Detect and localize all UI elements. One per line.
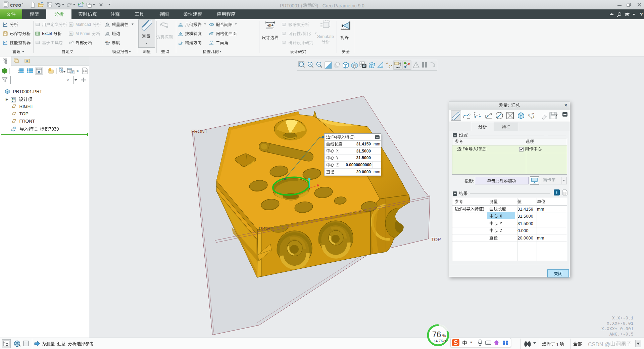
svg-text:RIGHT: RIGHT — [259, 226, 274, 231]
svg-text:ʼʻ: ʼʻ — [469, 340, 473, 345]
svg-text:FRONT: FRONT — [191, 129, 208, 134]
svg-text:4.7K/s: 4.7K/s — [436, 339, 446, 343]
svg-text:M: M — [70, 32, 73, 36]
svg-text:yz: yz — [531, 116, 534, 119]
svg-text:-dl+: -dl+ — [267, 23, 274, 27]
svg-text:M: M — [70, 23, 73, 27]
svg-text:creo: creo — [10, 2, 21, 8]
svg-text:TOP: TOP — [431, 237, 441, 242]
svg-text:i: i — [556, 190, 557, 195]
svg-text:↑: ↑ — [433, 339, 435, 343]
svg-text:76: 76 — [432, 330, 441, 339]
svg-text:%: % — [442, 334, 446, 338]
svg-text:z: z — [528, 113, 530, 116]
svg-text:?: ? — [640, 12, 643, 17]
svg-text:yx: yx — [532, 112, 534, 115]
